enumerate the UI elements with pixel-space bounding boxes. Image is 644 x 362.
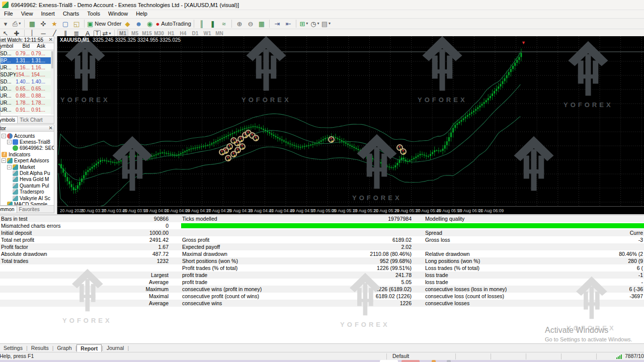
menu-charts[interactable]: Charts (59, 10, 83, 18)
autotrading-button[interactable]: ●AutoTrading (155, 19, 191, 28)
tester-tab-graph[interactable]: Graph (53, 344, 75, 351)
market-watch-row[interactable]: AUD...0.65...0.65... (1, 85, 54, 93)
market-watch-row[interactable]: EUR...0.88...0.88... (1, 93, 54, 100)
zoom-in-icon[interactable]: ⊕ (234, 19, 245, 28)
candlestick-icon[interactable]: ❚ (208, 19, 218, 28)
menu-window[interactable]: Window (104, 10, 132, 18)
chart-shift-icon[interactable]: ⇤ (283, 19, 293, 28)
cursor-mode-icon[interactable]: ✜ (38, 19, 48, 28)
profiles-icon[interactable]: ★ (49, 19, 59, 28)
navigator-item-exness-trial8[interactable]: −Exness-Trial8 (1, 139, 54, 145)
menu-file[interactable]: File (0, 10, 17, 18)
market-watch-row[interactable]: USDJPY154....154.... (1, 71, 54, 78)
navigator-item-market[interactable]: −Market (1, 164, 54, 170)
market-watch-toggle[interactable]: ▢ (60, 19, 70, 28)
navigator-item-dolt-alpha-pu[interactable]: Dolt Alpha Pu (1, 170, 54, 176)
chart-window[interactable]: XAUUSD,M13325.245 3325.325 3324.955 3325… (57, 36, 644, 214)
line-chart-icon-glyph: ≈ (222, 21, 225, 27)
chart-window-icon[interactable]: ▦ (27, 19, 37, 28)
templates-button[interactable]: ▤▾ (321, 19, 331, 28)
autotrading-button-label: AutoTrading (161, 21, 191, 27)
report-value-1: Maximum (121, 286, 169, 292)
tab-tick-chart[interactable]: Tick Chart (18, 117, 44, 123)
chevron-down-icon[interactable]: ▾ (306, 22, 308, 26)
column-header-symbol[interactable]: Symbol (0, 43, 16, 50)
community-icon[interactable]: ◉ (144, 19, 154, 28)
market-watch-scrollbar[interactable] (51, 50, 54, 115)
trade-marker[interactable]: ▼▲ (225, 155, 231, 161)
trade-marker[interactable]: ▼▲ (230, 137, 237, 144)
market-watch-row[interactable]: EUR...1.78...1.78... (1, 100, 54, 107)
tester-tab-settings[interactable]: Settings (0, 344, 26, 351)
market-watch-row[interactable]: USD...1.40...1.40... (1, 78, 54, 85)
report-value-1: 0 (121, 223, 169, 229)
navigator-item-expert-advisors[interactable]: −Expert Advisors (1, 158, 54, 164)
navigator-item-quantum-pul[interactable]: Quantum Pul (1, 183, 54, 189)
tab-favorites[interactable]: Favorites (17, 206, 42, 213)
collapse-icon[interactable]: − (2, 134, 6, 138)
new-order-button[interactable]: ▣New Order (87, 19, 121, 28)
price-chart[interactable] (57, 36, 644, 206)
chevron-down-icon[interactable]: ▾ (109, 32, 111, 36)
collapse-icon[interactable]: − (2, 158, 6, 163)
new-chart-dropdown[interactable]: ▾ (1, 19, 11, 28)
data-window-toggle[interactable]: ◱ (71, 19, 82, 28)
status-profile[interactable]: Default (392, 353, 453, 359)
tile-windows-icon[interactable]: ▦ (257, 19, 267, 28)
navigator-item-heva-gold-m[interactable]: Heva Gold M (1, 176, 54, 183)
report-value-1: 1232 (121, 258, 169, 264)
tab-symbols[interactable]: Symbols (0, 116, 18, 123)
chevron-down-icon[interactable]: ▾ (19, 22, 21, 26)
line-chart-icon[interactable]: ≈ (219, 19, 229, 28)
title-bar[interactable]: 69649962: Exness-Trial8 - Demo Account -… (0, 0, 644, 10)
navigator-item-indicators[interactable]: fIndicators (1, 151, 54, 157)
menu-view[interactable]: View (17, 10, 37, 18)
market-watch-row[interactable]: EUR...1.16...1.16... (1, 64, 54, 71)
activate-windows-watermark: Activate Windows Go to Settings to activ… (545, 326, 632, 342)
market-watch-row[interactable]: GBP...1.31...1.31... (1, 57, 54, 64)
column-header-bid[interactable]: Bid (16, 43, 31, 50)
collapse-icon[interactable]: − (7, 165, 12, 169)
menu-help[interactable]: Help (132, 10, 151, 18)
print-button[interactable]: ⎙▾ (12, 19, 22, 28)
report-value-1: 1000.00 (121, 230, 169, 236)
navigator-item-macd-sample[interactable]: MACD Sample (1, 201, 54, 205)
trade-marker[interactable]: ▼▲ (226, 143, 233, 150)
terminal-icon[interactable]: ☻ (133, 19, 143, 28)
tester-tab-results[interactable]: Results (28, 344, 52, 351)
new-order-button-label: New Order (95, 21, 121, 27)
report-row: Profit factor1.67Expected payoff2.02 (0, 243, 644, 250)
market-watch-row[interactable]: USD...0.79...0.79... (1, 50, 54, 57)
tab-common[interactable]: Common (0, 206, 17, 213)
tester-tab-report[interactable]: Report (76, 344, 102, 352)
zoom-out-icon[interactable]: ⊖ (246, 19, 256, 28)
trade-marker[interactable]: ▼▲ (328, 136, 335, 143)
chevron-down-icon[interactable]: ▾ (317, 22, 319, 26)
auto-scroll-icon[interactable]: ⇥ (272, 19, 282, 28)
chevron-down-icon[interactable]: ▾ (329, 22, 331, 26)
trade-marker[interactable]: ▼▲ (239, 143, 246, 150)
navigator-item-traderspro[interactable]: Traderspro (1, 189, 54, 195)
market-watch-row[interactable]: EUR...0.91...0.91... (1, 107, 54, 114)
bar-chart-icon[interactable]: ║ (197, 19, 207, 28)
tester-tab-journal[interactable]: Journal (103, 344, 127, 351)
collapse-icon[interactable]: − (7, 140, 12, 144)
server-icon (13, 139, 18, 145)
trade-marker[interactable]: ▼▲ (400, 148, 407, 155)
indicators-button[interactable]: ⊞▾ (299, 19, 309, 28)
report-value-2: 952 (99.68%) (322, 258, 412, 264)
trade-marker[interactable]: ▼▲ (219, 149, 225, 155)
navigator-item-accounts[interactable]: −Accounts (1, 133, 54, 139)
navigator-item-69649962-sec[interactable]: 69649962: SEC (1, 145, 54, 151)
metaeditor-icon[interactable]: ◆ (122, 19, 132, 28)
tile-windows-icon-glyph: ▦ (259, 21, 265, 27)
trade-marker[interactable]: ▼▲ (253, 135, 259, 141)
menu-tools[interactable]: Tools (83, 10, 104, 18)
navigator-item-valkyrie-ai-sc[interactable]: Valkyrie AI Sc (1, 195, 54, 201)
periods-button[interactable]: ◷▾ (310, 19, 320, 28)
ea-icon (13, 164, 18, 170)
menu-insert[interactable]: Insert (37, 10, 59, 18)
column-header-ask[interactable]: Ask (31, 43, 47, 50)
close-icon[interactable]: ✕ (49, 37, 53, 42)
close-icon[interactable]: ✕ (49, 125, 53, 131)
